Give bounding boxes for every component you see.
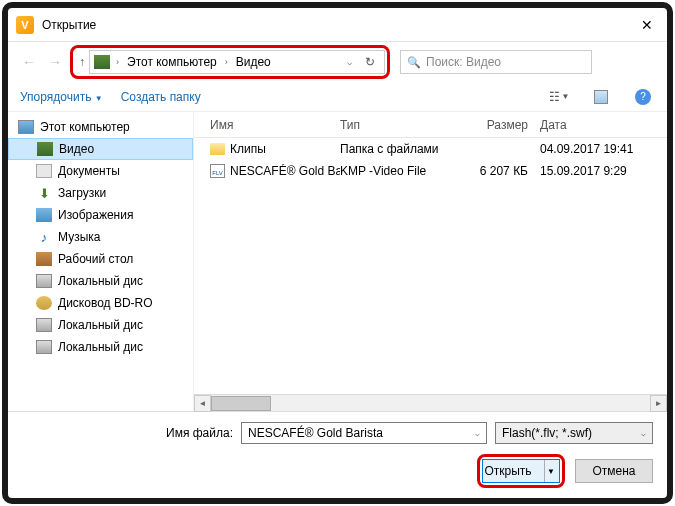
tree-item-music[interactable]: ♪ Музыка — [8, 226, 193, 248]
disk-icon — [36, 274, 52, 288]
back-icon[interactable]: ← — [18, 54, 40, 70]
open-button[interactable]: Открыть ▼ — [482, 459, 560, 483]
tree-item-disk[interactable]: Локальный дис — [8, 336, 193, 358]
disk-icon — [36, 318, 52, 332]
app-icon: V — [16, 16, 34, 34]
scroll-left-icon[interactable]: ◄ — [194, 395, 211, 412]
chevron-right-icon: › — [223, 57, 230, 67]
search-placeholder: Поиск: Видео — [426, 55, 501, 69]
nav-row: ← → ↑ › Этот компьютер › Видео ⌵ ↻ 🔍 Пои… — [8, 42, 667, 82]
pc-icon — [18, 120, 34, 134]
tree-label: Музыка — [58, 230, 100, 244]
preview-pane-button[interactable] — [589, 87, 613, 107]
filter-value: Flash(*.flv; *.swf) — [502, 426, 592, 440]
chevron-down-icon[interactable]: ⌵ — [343, 57, 356, 67]
col-name[interactable]: Имя — [194, 118, 340, 132]
tree-item-downloads[interactable]: ⬇ Загрузки — [8, 182, 193, 204]
search-icon: 🔍 — [407, 56, 421, 69]
tree-label: Загрузки — [58, 186, 106, 200]
column-headers: Имя Тип Размер Дата — [194, 112, 667, 138]
filename-input[interactable]: NESCAFÉ® Gold Barista ⌵ — [241, 422, 487, 444]
forward-icon[interactable]: → — [44, 54, 66, 70]
folder-icon — [210, 143, 225, 155]
tree-label: Этот компьютер — [40, 120, 130, 134]
search-input[interactable]: 🔍 Поиск: Видео — [400, 50, 592, 74]
help-icon[interactable]: ? — [631, 87, 655, 107]
tree-item-images[interactable]: Изображения — [8, 204, 193, 226]
tree-label: Дисковод BD-RO — [58, 296, 153, 310]
tree-item-bd[interactable]: Дисковод BD-RO — [8, 292, 193, 314]
tree-label: Локальный дис — [58, 318, 143, 332]
tree-label: Видео — [59, 142, 94, 156]
address-bar[interactable]: › Этот компьютер › Видео ⌵ ↻ — [89, 50, 385, 74]
tree-label: Локальный дис — [58, 274, 143, 288]
nav-tree: Этот компьютер Видео Документы ⬇ Загрузк… — [8, 112, 194, 411]
bottom-panel: Имя файла: NESCAFÉ® Gold Barista ⌵ Flash… — [8, 412, 667, 498]
col-date[interactable]: Дата — [540, 118, 667, 132]
image-icon — [36, 208, 52, 222]
chevron-down-icon[interactable]: ⌵ — [475, 429, 480, 438]
address-bar-highlight: ↑ › Этот компьютер › Видео ⌵ ↻ — [70, 45, 390, 79]
tree-label: Локальный дис — [58, 340, 143, 354]
music-icon: ♪ — [36, 230, 52, 244]
file-size: 6 207 КБ — [460, 164, 540, 178]
tree-item-video[interactable]: Видео — [8, 138, 193, 160]
download-icon: ⬇ — [36, 186, 52, 200]
file-name: NESCAFÉ® Gold Ba... — [230, 164, 340, 178]
breadcrumb-folder[interactable]: Видео — [234, 55, 273, 69]
scroll-right-icon[interactable]: ► — [650, 395, 667, 412]
location-icon — [94, 55, 110, 69]
scroll-thumb[interactable] — [211, 396, 271, 411]
video-icon — [37, 142, 53, 156]
desktop-icon — [36, 252, 52, 266]
chevron-right-icon: › — [114, 57, 121, 67]
chevron-down-icon[interactable]: ⌵ — [641, 429, 646, 438]
filename-label: Имя файла: — [166, 426, 233, 440]
cancel-button[interactable]: Отмена — [575, 459, 653, 483]
view-button[interactable]: ☷ ▼ — [547, 87, 571, 107]
breadcrumb-root[interactable]: Этот компьютер — [125, 55, 219, 69]
organize-button[interactable]: Упорядочить ▼ — [20, 90, 103, 104]
open-dropdown-icon[interactable]: ▼ — [544, 460, 558, 482]
tree-item-documents[interactable]: Документы — [8, 160, 193, 182]
tree-item-disk[interactable]: Локальный дис — [8, 314, 193, 336]
flv-icon: FLV — [210, 164, 225, 178]
open-button-highlight: Открыть ▼ — [477, 454, 565, 488]
col-size[interactable]: Размер — [460, 118, 540, 132]
file-name: Клипы — [230, 142, 266, 156]
tree-label: Изображения — [58, 208, 133, 222]
file-type: KMP -Video File — [340, 164, 460, 178]
titlebar: V Открытие ✕ — [8, 8, 667, 42]
col-type[interactable]: Тип — [340, 118, 460, 132]
document-icon — [36, 164, 52, 178]
file-date: 15.09.2017 9:29 — [540, 164, 667, 178]
tree-item-desktop[interactable]: Рабочий стол — [8, 248, 193, 270]
bd-icon — [36, 296, 52, 310]
window-title: Открытие — [42, 18, 635, 32]
tree-item-disk[interactable]: Локальный дис — [8, 270, 193, 292]
file-type: Папка с файлами — [340, 142, 460, 156]
file-row[interactable]: FLVNESCAFÉ® Gold Ba... KMP -Video File 6… — [194, 160, 667, 182]
tree-label: Документы — [58, 164, 120, 178]
file-row[interactable]: Клипы Папка с файлами 04.09.2017 19:41 — [194, 138, 667, 160]
toolbar: Упорядочить ▼ Создать папку ☷ ▼ ? — [8, 82, 667, 112]
file-date: 04.09.2017 19:41 — [540, 142, 667, 156]
tree-label: Рабочий стол — [58, 252, 133, 266]
filename-value: NESCAFÉ® Gold Barista — [248, 426, 383, 440]
new-folder-button[interactable]: Создать папку — [121, 90, 201, 104]
disk-icon — [36, 340, 52, 354]
refresh-icon[interactable]: ↻ — [360, 55, 380, 69]
up-icon[interactable]: ↑ — [75, 55, 89, 69]
tree-root[interactable]: Этот компьютер — [8, 116, 193, 138]
close-icon[interactable]: ✕ — [635, 17, 659, 33]
filetype-filter[interactable]: Flash(*.flv; *.swf) ⌵ — [495, 422, 653, 444]
horizontal-scrollbar[interactable]: ◄ ► — [194, 394, 667, 411]
file-list: Имя Тип Размер Дата Клипы Папка с файлам… — [194, 112, 667, 411]
